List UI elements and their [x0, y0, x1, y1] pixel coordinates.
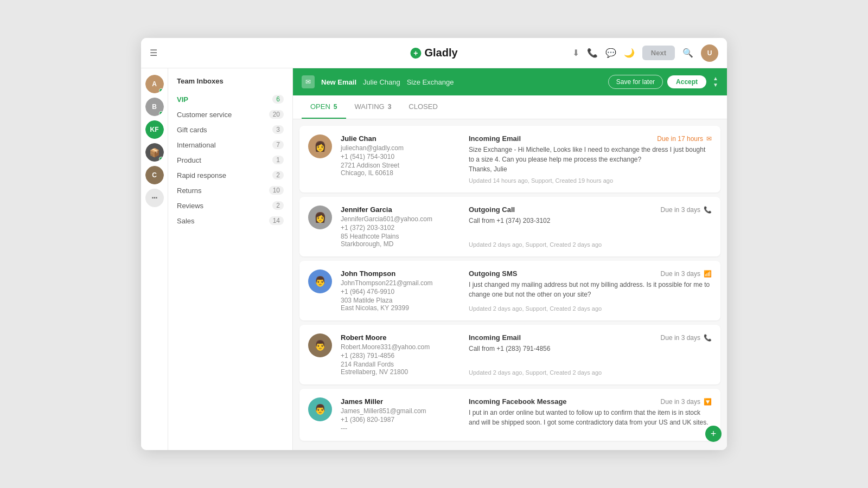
nav-sidebar: Team Inboxes VIP 6 Customer service 20 G… — [168, 68, 293, 450]
chat-icon[interactable]: 💬 — [605, 48, 616, 58]
conv-phone-2: +1 (372) 203-3102 — [341, 224, 460, 232]
next-button[interactable]: Next — [642, 46, 675, 60]
sidebar-item-returns[interactable]: Returns 10 — [168, 183, 292, 198]
agent-avatar-kf[interactable]: KF — [145, 120, 164, 139]
conv-phone-4: +1 (283) 791-4856 — [341, 352, 460, 359]
conversation-item[interactable]: 👨 John Thompson JohnThompson221@gmail.co… — [299, 261, 720, 320]
sidebar-label-sales: Sales — [177, 217, 195, 225]
expand-collapse-chevrons[interactable]: ▲ ▼ — [713, 76, 718, 88]
tab-waiting[interactable]: WAITING 3 — [346, 95, 400, 119]
conv-detail-4: Incoming Email Due in 3 days 📞 Call from… — [469, 333, 712, 376]
conv-detail-1: Incoming Email Due in 17 hours ✉ Size Ex… — [469, 134, 712, 184]
sidebar-item-vip[interactable]: VIP 6 — [168, 92, 292, 107]
conv-type-2: Outgoing Call — [469, 206, 515, 214]
moon-icon[interactable]: 🌙 — [624, 48, 635, 58]
conv-footer-4: Updated 2 days ago, Support, Created 2 d… — [469, 369, 712, 376]
conv-message-2: Call from +1 (374) 203-3102 — [469, 216, 712, 238]
conv-type-4: Incoming Email — [469, 333, 521, 342]
conv-detail-2: Outgoing Call Due in 3 days 📞 Call from … — [469, 206, 712, 248]
online-indicator-box — [159, 157, 163, 161]
conv-detail-5: Incoming Facebook Message Due in 3 days … — [469, 397, 712, 432]
sms-icon-3: 📶 — [704, 270, 712, 278]
conversation-item[interactable]: 👨 James Miller James_Miller851@gmail.com… — [299, 389, 720, 441]
menu-icon[interactable]: ☰ — [150, 48, 157, 58]
conv-name-1: Julie Chan — [341, 134, 460, 143]
conv-footer-2: Updated 2 days ago, Support, Created 2 d… — [469, 241, 712, 248]
conv-footer-3: Updated 2 days ago, Support, Created 2 d… — [469, 305, 712, 312]
chevron-up-icon: ▲ — [713, 76, 718, 81]
conv-header-actions: Save for later Accept — [608, 75, 706, 89]
sidebar-label-product: Product — [177, 156, 201, 164]
new-email-label: New Email — [321, 78, 356, 86]
sidebar-label-international: International — [177, 141, 216, 149]
phone-icon-4: 📞 — [704, 334, 712, 342]
agent-avatar-5[interactable]: C — [145, 166, 164, 184]
online-indicator-1 — [159, 88, 163, 93]
conv-address2-4: Estrellaberg, NV 21800 — [341, 368, 460, 376]
conv-top-row-4: Incoming Email Due in 3 days 📞 — [469, 333, 712, 342]
tab-waiting-label: WAITING — [355, 102, 385, 111]
conv-email-1: juliechan@gladly.com — [341, 144, 460, 152]
conv-address2-1: Chicago, IL 60618 — [341, 169, 460, 177]
save-later-button[interactable]: Save for later — [608, 75, 663, 89]
phone-icon[interactable]: 📞 — [587, 48, 598, 58]
conv-top-row-1: Incoming Email Due in 17 hours ✉ — [469, 134, 712, 143]
logo-text: Gladly — [424, 47, 457, 59]
sidebar-label-rapid-response: Rapid response — [177, 171, 226, 179]
conv-type-1: Incoming Email — [469, 134, 521, 143]
conv-address1-2: 85 Heathcote Plains — [341, 233, 460, 240]
conversation-item[interactable]: 👩 Julie Chan juliechan@gladly.com +1 (54… — [299, 126, 720, 192]
conv-detail-3: Outgoing SMS Due in 3 days 📶 I just chan… — [469, 269, 712, 312]
more-agents-button[interactable]: ··· — [145, 189, 164, 207]
user-avatar[interactable]: U — [701, 44, 718, 62]
accept-button[interactable]: Accept — [667, 75, 706, 88]
online-indicator-2 — [159, 111, 163, 115]
conv-contact-info-4: Robert Moore Robert.Moore331@yahoo.com +… — [341, 333, 460, 376]
sidebar-item-rapid-response[interactable]: Rapid response 2 — [168, 168, 292, 183]
conv-name-3: John Thompson — [341, 269, 460, 278]
conv-address2-2: Starkborough, MD — [341, 240, 460, 248]
tab-closed[interactable]: CLOSED — [400, 95, 446, 119]
tab-open[interactable]: OPEN 5 — [302, 95, 346, 119]
sidebar-item-sales[interactable]: Sales 14 — [168, 213, 292, 228]
conv-contact-info-1: Julie Chan juliechan@gladly.com +1 (541)… — [341, 134, 460, 184]
conv-name-2: Jennifer Garcia — [341, 206, 460, 214]
sidebar-item-reviews[interactable]: Reviews 2 — [168, 198, 292, 213]
conv-phone-5: +1 (306) 820-1987 — [341, 416, 460, 423]
conv-due-1: Due in 17 hours ✉ — [657, 135, 712, 143]
conv-type-3: Outgoing SMS — [469, 269, 518, 278]
conv-avatar-4: 👨 — [308, 333, 332, 357]
download-icon[interactable]: ⬇ — [572, 48, 579, 58]
agent-avatar-box[interactable]: 📦 — [145, 143, 164, 162]
conv-header: ✉ New Email Julie Chang Size Exchange Sa… — [293, 68, 727, 95]
sidebar-item-gift-cards[interactable]: Gift cards 3 — [168, 122, 292, 137]
phone-icon-2: 📞 — [704, 206, 712, 214]
new-email-icon: ✉ — [302, 75, 315, 88]
chevron-down-icon: ▼ — [713, 82, 718, 88]
body: A B KF 📦 C ··· — [141, 68, 727, 450]
logo-container: Gladly — [410, 47, 457, 59]
top-bar: ☰ Gladly ⬇ 📞 💬 🌙 Next 🔍 U — [141, 38, 727, 68]
sidebar-count-international: 7 — [272, 140, 284, 149]
sidebar-item-international[interactable]: International 7 — [168, 137, 292, 152]
conv-address1-3: 303 Matilde Plaza — [341, 297, 460, 304]
conv-phone-1: +1 (541) 754-3010 — [341, 153, 460, 160]
tab-open-label: OPEN — [310, 102, 330, 111]
sidebar-label-gift-cards: Gift cards — [177, 126, 207, 134]
sidebar-count-returns: 10 — [269, 186, 284, 195]
conversation-item[interactable]: 👨 Robert Moore Robert.Moore331@yahoo.com… — [299, 325, 720, 384]
agent-avatar-1[interactable]: A — [145, 75, 164, 93]
sidebar-item-customer-service[interactable]: Customer service 20 — [168, 107, 292, 122]
conv-due-2: Due in 3 days 📞 — [661, 206, 712, 214]
conv-avatar-5: 👨 — [308, 397, 332, 421]
tab-waiting-count: 3 — [388, 103, 392, 111]
sidebar-item-product[interactable]: Product 1 — [168, 152, 292, 168]
conv-email-5: James_Miller851@gmail.com — [341, 407, 460, 415]
sidebar-count-product: 1 — [272, 156, 284, 164]
sidebar-count-rapid-response: 2 — [272, 171, 284, 179]
conv-top-row-5: Incoming Facebook Message Due in 3 days … — [469, 397, 712, 406]
search-icon[interactable]: 🔍 — [682, 48, 693, 58]
conversation-item[interactable]: 👩 Jennifer Garcia JenniferGarcia601@yaho… — [299, 197, 720, 256]
add-conversation-button[interactable]: + — [705, 426, 722, 442]
agent-avatar-2[interactable]: B — [145, 98, 164, 116]
